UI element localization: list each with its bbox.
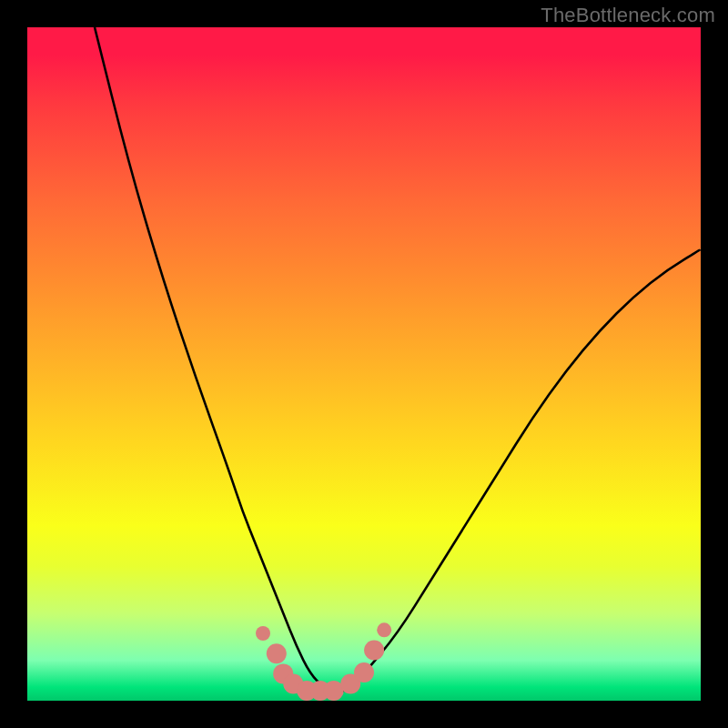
bottom-band-markers: [256, 622, 391, 701]
bottleneck-curve: [95, 27, 701, 693]
chart-plot-area: [27, 27, 701, 701]
bottom-band-marker: [354, 662, 374, 682]
bottom-band-marker: [256, 626, 270, 641]
chart-overlay: [27, 27, 701, 701]
chart-frame: TheBottleneck.com: [0, 0, 728, 728]
bottom-band-marker: [377, 622, 391, 637]
bottom-band-marker: [267, 643, 287, 663]
watermark-text: TheBottleneck.com: [541, 4, 715, 27]
bottleneck-curve-path: [95, 27, 701, 693]
bottom-band-marker: [364, 641, 384, 661]
